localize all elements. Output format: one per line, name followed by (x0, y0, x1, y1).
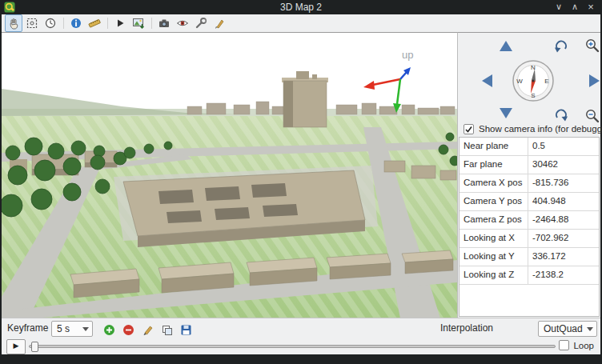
playback-row: ▶ Loop (2, 338, 600, 354)
row-label: Camera Z pos (460, 211, 528, 229)
axis-up-label: up (402, 49, 413, 61)
keyframe-label: Keyframe (7, 318, 48, 339)
nav-rotate-down-button[interactable] (554, 108, 568, 122)
measure-line-button[interactable] (86, 14, 103, 32)
eye-icon (176, 17, 189, 30)
capture-camera-button[interactable] (155, 14, 173, 32)
maximize-button[interactable]: ∧ (567, 0, 583, 14)
row-label: Far plane (460, 156, 528, 174)
camera-control-button[interactable] (5, 14, 22, 32)
keyframe-select-value: 5 s (57, 322, 70, 336)
table-row: Camera Z pos -2464.88 (460, 211, 599, 230)
identify-button[interactable] (67, 14, 85, 32)
extent-icon (26, 17, 38, 30)
close-button[interactable]: × (583, 0, 599, 14)
table-row: Looking at Y 336.172 (460, 248, 599, 266)
ruler-icon (88, 17, 101, 30)
show-camera-info-checkbox[interactable] (464, 124, 474, 134)
compass-east-label: E (544, 78, 548, 85)
scene-effects-button[interactable] (174, 14, 191, 32)
nav-move-up-button[interactable] (500, 41, 512, 51)
loop-row: Loop (559, 340, 594, 350)
nav-move-right-button[interactable] (589, 74, 600, 87)
info-icon (70, 17, 82, 30)
row-value: 404.948 (528, 193, 599, 210)
duplicate-icon (161, 324, 173, 336)
show-camera-info-label: Show camera info (for debugging) (479, 124, 602, 134)
row-label: Looking at Y (460, 248, 528, 266)
timeline-slider-handle[interactable] (31, 342, 38, 352)
play-icon (114, 17, 126, 30)
compass-south-label: S (531, 92, 535, 99)
row-label: Looking at X (460, 230, 528, 247)
title-bar: 3D Map 2 ∨ ∧ × (0, 0, 602, 14)
table-row: Looking at X -702.962 (460, 230, 599, 248)
remove-icon (122, 324, 134, 336)
add-keyframe-button[interactable] (99, 321, 118, 338)
nav-rotate-up-button[interactable] (554, 39, 568, 54)
interpolation-select[interactable]: OutQuad (538, 321, 597, 337)
play-animation-button[interactable] (111, 14, 129, 32)
row-label: Camera X pos (460, 174, 528, 192)
add-icon (103, 324, 115, 336)
table-row: Looking at Z -2138.2 (460, 266, 599, 285)
toolbar (2, 14, 600, 32)
zoom-in-button[interactable] (584, 38, 600, 54)
table-row: Camera Y pos 404.948 (460, 193, 599, 211)
animation-clock-button[interactable] (42, 14, 59, 32)
keyframe-bar: Keyframe 5 s (2, 318, 600, 338)
brush-icon (213, 17, 226, 30)
app-window: 3D Map 2 ∨ ∧ × (0, 0, 602, 364)
checkmark-icon (464, 125, 473, 134)
camera-info-table: Near plane 0.5 Far plane 30462 Camera X … (459, 137, 600, 317)
viewport-3d[interactable]: up (2, 32, 457, 318)
viewport-3d-scene: up (2, 33, 457, 318)
style-brush-button[interactable] (211, 14, 228, 32)
play-icon: ▶ (14, 342, 19, 350)
table-row: Camera X pos -815.736 (460, 174, 599, 193)
clock-icon (44, 17, 57, 30)
play-button[interactable]: ▶ (6, 339, 26, 354)
loop-label: Loop (573, 341, 594, 350)
row-label: Near plane (460, 138, 528, 155)
compass-west-label: W (516, 78, 523, 85)
image-save-icon (132, 17, 145, 30)
toolbar-separator (63, 18, 64, 29)
toolbar-separator (107, 18, 108, 29)
camera-navigation-panel: N E S W (457, 32, 600, 318)
toolbar-separator (151, 18, 152, 29)
remove-keyframe-button[interactable] (118, 321, 138, 338)
client-area: up (2, 14, 600, 354)
window-title: 3D Map 2 (0, 0, 602, 14)
row-value: 336.172 (528, 248, 599, 266)
save-image-button[interactable] (130, 14, 147, 32)
row-label: Camera Y pos (460, 193, 528, 210)
nav-move-down-button[interactable] (500, 108, 512, 118)
compass[interactable]: N E S W (512, 59, 555, 102)
edit-keyframe-button[interactable] (138, 321, 157, 338)
zoom-full-button[interactable] (23, 14, 41, 32)
camera-icon (158, 17, 171, 30)
nav-move-left-button[interactable] (482, 74, 492, 87)
save-animation-button[interactable] (176, 321, 195, 338)
row-value: -702.962 (528, 230, 599, 247)
show-camera-info-row: Show camera info (for debugging) (464, 122, 602, 135)
interpolation-label: Interpolation (440, 318, 493, 339)
chevron-down-icon (82, 327, 89, 331)
row-value: -2464.88 (528, 211, 599, 229)
duplicate-keyframe-button[interactable] (157, 321, 176, 338)
row-value: 30462 (528, 156, 599, 174)
row-value: -2138.2 (528, 266, 599, 284)
tall-building (282, 71, 328, 127)
table-row: Far plane 30462 (460, 156, 599, 174)
save-icon (180, 324, 192, 336)
loop-checkbox[interactable] (559, 340, 569, 350)
interpolation-select-value: OutQuad (544, 322, 583, 336)
timeline-slider[interactable] (29, 345, 556, 348)
row-value: 0.5 (528, 138, 599, 155)
zoom-out-button[interactable] (584, 108, 600, 124)
hand-icon (7, 17, 20, 30)
minimize-button[interactable]: ∨ (551, 0, 567, 14)
keyframe-select[interactable]: 5 s (51, 321, 93, 337)
settings-wrench-button[interactable] (192, 14, 210, 32)
